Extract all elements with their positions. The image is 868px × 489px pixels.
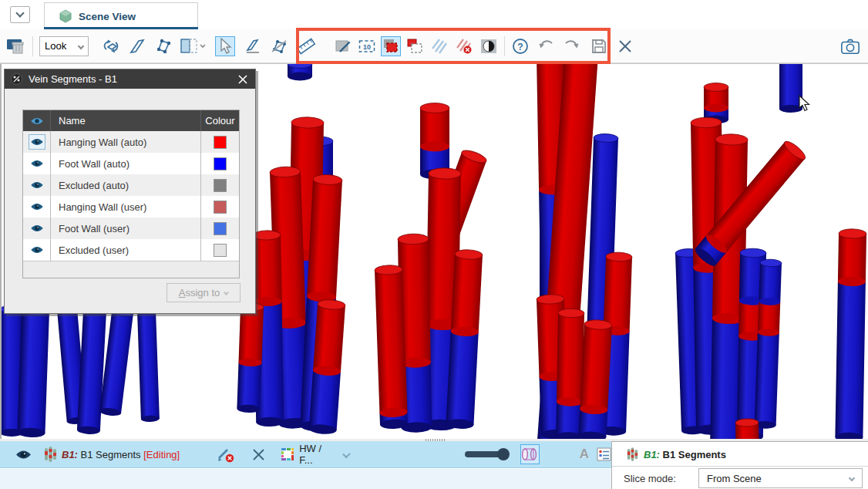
look-dropdown[interactable]: Look — [39, 36, 89, 56]
slicer-tool-button[interactable] — [127, 36, 147, 56]
draw-slice-line-button[interactable] — [243, 36, 263, 56]
table-row[interactable]: Foot Wall (user) — [23, 218, 239, 239]
tab-list-dropdown-button[interactable] — [10, 6, 30, 23]
visibility-eye-toggle[interactable] — [29, 242, 45, 258]
slice-mode-dropdown[interactable]: From Scene — [698, 468, 863, 488]
visibility-cell — [23, 174, 51, 196]
close-x-icon — [252, 448, 265, 461]
colour-legend-button[interactable] — [281, 447, 294, 461]
stop-editing-button[interactable] — [217, 447, 235, 463]
table-row[interactable]: Foot Wall (auto) — [23, 153, 239, 174]
contrast-mode-button[interactable] — [479, 36, 499, 56]
draw-slicer-plane-button[interactable] — [153, 36, 173, 56]
colour-cell — [200, 174, 239, 196]
draw-blade-icon — [244, 37, 262, 56]
cursor-arrow-icon — [217, 38, 233, 55]
visibility-eye-toggle[interactable] — [29, 221, 45, 236]
properties-list-icon — [597, 447, 611, 461]
ruler-button[interactable] — [296, 36, 316, 56]
remove-from-selection-button[interactable] — [405, 36, 425, 56]
table-row[interactable]: Hanging Wall (auto) — [23, 131, 239, 153]
contrast-icon — [479, 37, 498, 56]
slicer-blade-icon — [128, 37, 146, 56]
segment-name: Hanging Wall (auto) — [51, 131, 200, 153]
undo-button[interactable] — [537, 36, 557, 56]
legend-colours-icon — [281, 447, 294, 461]
visibility-column-header[interactable] — [23, 110, 51, 131]
chevron-down-icon[interactable] — [342, 450, 351, 459]
moving-plane-button[interactable] — [269, 36, 289, 56]
eye-icon — [30, 202, 44, 211]
svg-text:10: 10 — [363, 43, 371, 51]
object-visibility-button[interactable] — [15, 449, 32, 460]
colour-swatch[interactable] — [214, 136, 227, 149]
name-column-header: Name — [51, 115, 200, 126]
redo-button[interactable] — [561, 36, 581, 56]
legend-selection-label[interactable]: HW / F... — [299, 443, 332, 466]
dialog-titlebar[interactable]: Vein Segments - B1 — [5, 69, 255, 89]
clear-scene-button[interactable] — [6, 36, 26, 56]
visibility-eye-toggle[interactable] — [29, 134, 45, 150]
remove-from-scene-button[interactable] — [252, 448, 265, 461]
slice-display-mode-button[interactable] — [178, 36, 209, 56]
table-body: Hanging Wall (auto)Foot Wall (auto)Exclu… — [23, 131, 239, 261]
application-window: Scene View Look — [0, 0, 868, 489]
dialog-close-button[interactable] — [237, 73, 249, 86]
colour-column-header: Colour — [200, 110, 239, 131]
object-prefix: B1: — [62, 449, 78, 460]
table-row[interactable]: Hanging Wall (user) — [23, 196, 239, 218]
scene-object-bar: B1: B1 Segments [Editing] — [0, 441, 611, 468]
scene-object-label[interactable]: B1: B1 Segments [Editing] — [62, 449, 180, 460]
slice-mode-value: From Scene — [707, 473, 762, 484]
dialog-icon — [11, 73, 22, 85]
help-button[interactable]: ? — [510, 36, 530, 56]
visibility-eye-toggle[interactable] — [29, 177, 45, 193]
segment-name: Foot Wall (user) — [51, 218, 200, 239]
slider-knob[interactable] — [497, 448, 510, 460]
segments-object-icon — [44, 447, 57, 463]
show-intervals-button[interactable] — [429, 36, 449, 56]
opacity-slider[interactable] — [465, 451, 506, 457]
colour-swatch[interactable] — [214, 201, 227, 214]
chevron-down-icon — [224, 290, 229, 295]
dialog-title: Vein Segments - B1 — [29, 73, 117, 85]
colour-swatch[interactable] — [214, 222, 227, 235]
empty-table-row — [23, 261, 239, 278]
help-icon: ? — [511, 37, 530, 56]
table-row[interactable]: Excluded (user) — [23, 239, 239, 261]
scene-viewport[interactable]: Vein Segments - B1 Name Colour — [0, 63, 868, 439]
remove-selection-icon — [405, 37, 424, 56]
redo-icon — [562, 37, 580, 56]
rotate-slicer-button[interactable] — [101, 36, 121, 56]
table-row[interactable]: Excluded (auto) — [23, 174, 239, 196]
colour-swatch[interactable] — [214, 179, 227, 192]
close-editor-button[interactable] — [615, 36, 635, 56]
colour-cell — [200, 131, 239, 153]
table-header-row: Name Colour — [23, 110, 239, 131]
flat-shading-toggle[interactable] — [520, 444, 540, 464]
save-button[interactable] — [589, 36, 609, 56]
colour-swatch[interactable] — [214, 157, 227, 170]
hide-unassigned-button[interactable] — [454, 36, 474, 56]
camera-icon — [840, 37, 860, 56]
select-tool-button[interactable] — [215, 36, 235, 56]
tab-scene-view[interactable]: Scene View — [44, 2, 198, 29]
assign-to-button[interactable]: Assign to — [167, 283, 241, 302]
chevron-down-icon — [78, 42, 84, 49]
add-to-selection-button[interactable] — [381, 36, 401, 56]
scene-list-button[interactable] — [597, 447, 611, 461]
colour-cell — [200, 196, 239, 218]
visibility-eye-toggle[interactable] — [29, 156, 45, 171]
hatch-lines-icon — [430, 37, 449, 56]
window-edge — [0, 64, 2, 439]
screenshot-button[interactable] — [840, 36, 860, 56]
clear-scene-icon — [6, 37, 26, 56]
text-display-button[interactable]: A — [580, 447, 589, 462]
visibility-eye-toggle[interactable] — [29, 199, 45, 214]
colour-swatch[interactable] — [214, 244, 227, 257]
edit-colours-button[interactable] — [333, 36, 353, 56]
chevron-down-icon — [15, 8, 24, 17]
plane-handles-icon — [154, 37, 173, 56]
visibility-cell — [23, 218, 51, 239]
interval-selection-button[interactable]: 10 — [357, 36, 377, 56]
